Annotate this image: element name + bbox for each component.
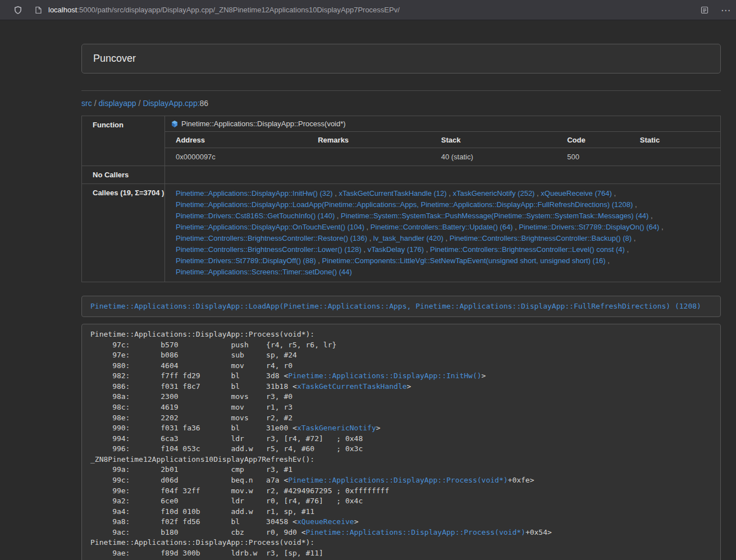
- callee-link[interactable]: Pinetime::Applications::DisplayApp::Load…: [176, 200, 633, 209]
- breadcrumb-link[interactable]: src: [81, 99, 92, 108]
- metrics-column-header: Static: [629, 132, 720, 148]
- callee-separator: ,: [362, 245, 368, 254]
- callees-row: Callees (19, Σ=3704 ) Pinetime::Applicat…: [82, 183, 721, 282]
- breadcrumb: src/displayapp/DisplayApp.cpp:86: [81, 99, 721, 108]
- callee-separator: ,: [424, 245, 430, 254]
- callee-link[interactable]: Pinetime::Controllers::BrightnessControl…: [430, 245, 625, 254]
- asm-symbol-link[interactable]: xTaskGetCurrentTaskHandle: [297, 382, 407, 391]
- url-path: :5000/path/src/displayapp/DisplayApp.cpp…: [77, 6, 400, 14]
- breadcrumb-link[interactable]: DisplayApp.cpp:: [143, 99, 199, 108]
- metrics-value-row: 0x0000097c40 (static)500: [165, 148, 720, 166]
- more-options-icon[interactable]: ⋯: [719, 3, 733, 17]
- asm-symbol-link[interactable]: Pinetime::Applications::DisplayApp::Init…: [288, 371, 481, 380]
- asm-symbol-link[interactable]: xTaskGenericNotify: [297, 424, 376, 432]
- metrics-value: 500: [556, 148, 629, 166]
- metrics-value: [629, 148, 720, 166]
- function-row-label: Function: [82, 116, 165, 166]
- callee-separator: ,: [534, 189, 541, 198]
- page-title: Puncover: [93, 53, 709, 65]
- callee-separator: ,: [444, 234, 450, 242]
- callee-link[interactable]: Pinetime::Applications::DisplayApp::OnTo…: [176, 223, 364, 231]
- callee-separator: ,: [316, 256, 322, 265]
- callee-separator: ,: [513, 223, 519, 231]
- function-table: Function Pinetime::Applications::Display…: [81, 116, 721, 282]
- callee-link[interactable]: xQueueReceive (764): [541, 189, 611, 198]
- callee-link[interactable]: Pinetime::Applications::DisplayApp::Init…: [176, 189, 333, 198]
- divider: [81, 90, 721, 91]
- asm-symbol-link[interactable]: xQueueReceive: [297, 517, 354, 526]
- callee-separator: ,: [648, 212, 652, 220]
- callee-separator: ,: [632, 234, 636, 242]
- metrics-column-header: Code: [556, 132, 629, 148]
- highlighted-symbol-panel: Pinetime::Applications::DisplayApp::Load…: [81, 296, 721, 318]
- function-cell: Pinetime::Applications::DisplayApp::Proc…: [165, 116, 721, 166]
- page-title-panel: Puncover: [81, 44, 721, 74]
- callee-link[interactable]: Pinetime::Drivers::Cst816S::GetTouchInfo…: [176, 212, 335, 220]
- callee-link[interactable]: xTaskGetCurrentTaskHandle (12): [339, 189, 446, 198]
- callers-cell: [165, 166, 721, 183]
- function-icon: [171, 120, 178, 127]
- callee-link[interactable]: Pinetime::Controllers::Battery::Update()…: [371, 223, 513, 231]
- callee-link[interactable]: Pinetime::Applications::Screens::Timer::…: [176, 268, 352, 276]
- callee-separator: ,: [625, 245, 629, 254]
- address-bar[interactable]: localhost:5000/path/src/displayapp/Displ…: [48, 6, 736, 14]
- callee-separator: ,: [335, 212, 341, 220]
- disassembly-code: Pinetime::Applications::DisplayApp::Proc…: [81, 324, 721, 560]
- callee-link[interactable]: Pinetime::Drivers::St7789::DisplayOff() …: [176, 256, 316, 265]
- browser-chrome: localhost:5000/path/src/displayapp/Displ…: [0, 0, 736, 20]
- callers-row: No Callers: [82, 166, 721, 183]
- breadcrumb-separator: /: [94, 99, 97, 108]
- callees-row-label: Callees (19, Σ=3704 ): [82, 183, 165, 282]
- breadcrumb-separator: /: [139, 99, 141, 108]
- callee-separator: ,: [447, 189, 453, 198]
- callee-link[interactable]: Pinetime::Controllers::BrightnessControl…: [176, 245, 362, 254]
- url-host: localhost: [48, 6, 77, 14]
- callee-link[interactable]: Pinetime::Controllers::BrightnessControl…: [450, 234, 632, 242]
- callers-row-label: No Callers: [82, 166, 165, 183]
- tracking-protection-shield-icon[interactable]: [11, 3, 25, 17]
- asm-symbol-link[interactable]: Pinetime::Applications::DisplayApp::Proc…: [288, 476, 508, 484]
- callee-link[interactable]: vTaskDelay (176): [368, 245, 424, 254]
- callee-separator: ,: [367, 234, 373, 242]
- metrics-column-header: Remarks: [307, 132, 431, 148]
- callee-link[interactable]: lv_task_handler (420): [373, 234, 444, 242]
- metrics-column-header: Stack: [431, 132, 557, 148]
- function-row: Function Pinetime::Applications::Display…: [82, 116, 721, 166]
- callee-link[interactable]: xTaskGenericNotify (252): [453, 189, 535, 198]
- callee-separator: ,: [364, 223, 371, 231]
- metrics-table: AddressRemarksStackCodeStatic 0x0000097c…: [165, 131, 720, 166]
- metrics-value: 40 (static): [431, 148, 557, 166]
- function-header: Pinetime::Applications::DisplayApp::Proc…: [165, 116, 720, 131]
- callee-link[interactable]: Pinetime::Components::LittleVgl::SetNewT…: [322, 256, 606, 265]
- callee-separator: ,: [659, 223, 663, 231]
- callee-link[interactable]: Pinetime::Drivers::St7789::DisplayOn() (…: [519, 223, 659, 231]
- callee-separator: ,: [612, 189, 616, 198]
- page-content: Puncover src/displayapp/DisplayApp.cpp:8…: [0, 20, 736, 560]
- asm-symbol-link[interactable]: Pinetime::Applications::DisplayApp::Proc…: [306, 528, 525, 536]
- callee-link[interactable]: Pinetime::System::SystemTask::PushMessag…: [341, 212, 648, 220]
- metrics-value: 0x0000097c: [165, 148, 307, 166]
- callee-link[interactable]: Pinetime::Controllers::BrightnessControl…: [176, 234, 367, 242]
- metrics-header-row: AddressRemarksStackCodeStatic: [165, 132, 720, 148]
- callees-cell: Pinetime::Applications::DisplayApp::Init…: [165, 183, 721, 282]
- metrics-value: [307, 148, 431, 166]
- metrics-column-header: Address: [165, 132, 307, 148]
- reader-view-icon[interactable]: [698, 3, 711, 17]
- callee-separator: ,: [633, 200, 637, 209]
- page-info-icon[interactable]: [31, 3, 45, 17]
- callee-separator: ,: [333, 189, 339, 198]
- callee-separator: ,: [606, 256, 610, 265]
- breadcrumb-text: 86: [200, 99, 209, 108]
- highlighted-symbol-link[interactable]: Pinetime::Applications::DisplayApp::Load…: [90, 302, 701, 310]
- function-name: Pinetime::Applications::DisplayApp::Proc…: [181, 120, 346, 128]
- breadcrumb-link[interactable]: displayapp: [99, 99, 136, 108]
